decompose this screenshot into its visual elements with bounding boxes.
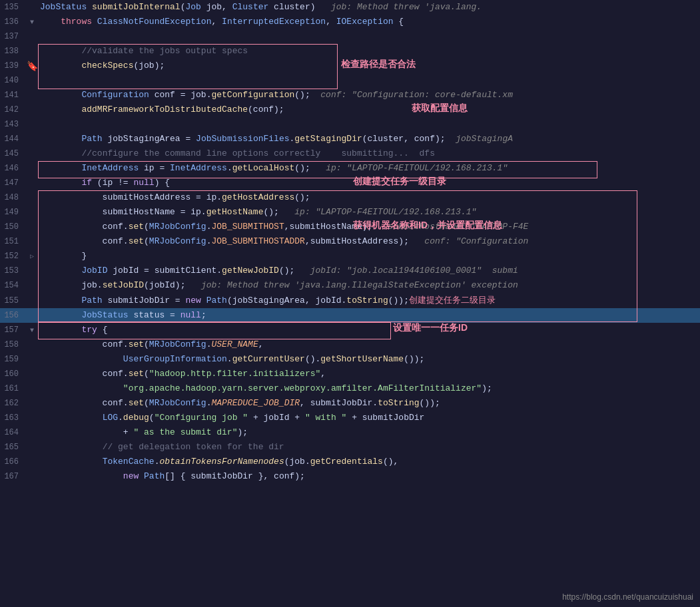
code-line-159: 159 UserGroupInformation.getCurrentUser(…: [0, 352, 700, 367]
line-content-144: Path jobStagingArea = JobSubmissionFiles…: [37, 132, 693, 146]
line-num-162: 162: [0, 399, 27, 408]
code-line-147: 147 if (ip != null) {: [0, 176, 700, 190]
line-content-146: InetAddress ip = InetAddress.getLocalHos…: [37, 161, 693, 176]
code-line-164: 164 + " as the submit dir");: [0, 425, 700, 440]
annotation-config: 获取配置信息: [412, 102, 468, 114]
line-content-166: TokenCache.obtainTokensForNamenodes(job.…: [37, 455, 693, 469]
line-num-152: 152: [0, 252, 27, 261]
line-num-157: 157: [0, 325, 27, 335]
line-content-159: UserGroupInformation.getCurrentUser().ge…: [37, 352, 693, 367]
code-line-135: 135 JobStatus submitJobInternal(Job job,…: [0, 0, 700, 15]
line-num-147: 147: [0, 178, 27, 188]
code-line-143: 143: [0, 117, 700, 132]
fold-icon-152: ▷: [30, 252, 34, 260]
line-content-156: JobStatus status = null;: [37, 308, 693, 323]
line-content-148: submitHostAddress = ip.getHostAddress();: [37, 190, 693, 205]
line-num-158: 158: [0, 340, 27, 349]
line-num-140: 140: [0, 76, 27, 85]
line-num-156: 156: [0, 311, 27, 320]
line-content-163: LOG.debug("Configuring job " + jobId + "…: [37, 411, 693, 425]
line-content-167: new Path[] { submitJobDir }, conf);: [37, 469, 693, 484]
code-line-160: 160 conf.set("hadoop.http.filter.initial…: [0, 367, 700, 381]
line-num-143: 143: [0, 120, 27, 129]
line-num-159: 159: [0, 355, 27, 364]
code-line-146: 146 InetAddress ip = InetAddress.getLoca…: [0, 161, 700, 176]
line-num-135: 135: [0, 3, 27, 12]
code-line-141: 141 Configuration conf = job.getConfigur…: [0, 88, 700, 102]
code-line-166: 166 TokenCache.obtainTokensForNamenodes(…: [0, 455, 700, 469]
code-line-161: 161 "org.apache.hadoop.yarn.server.webpr…: [0, 381, 700, 396]
line-content-136: throws ClassNotFoundException, Interrupt…: [37, 15, 693, 29]
line-content-160: conf.set("hadoop.http.filter.initializer…: [37, 367, 693, 381]
code-line-142: 142 addMRFrameworkToDistributedCache(con…: [0, 102, 700, 117]
code-line-167: 167 new Path[] { submitJobDir }, conf);: [0, 469, 700, 484]
code-line-150: 150 conf.set(MRJobConfig.JOB_SUBMITHOST,…: [0, 220, 700, 234]
code-line-152: 152 ▷ }: [0, 249, 700, 264]
line-content-164: + " as the submit dir");: [37, 425, 693, 440]
annotation-checkspecs: 检查路径是否合法: [341, 59, 416, 71]
line-num-167: 167: [0, 472, 27, 481]
gutter-157: ▼: [27, 327, 37, 334]
line-num-151: 151: [0, 237, 27, 246]
code-line-148: 148 submitHostAddress = ip.getHostAddres…: [0, 190, 700, 205]
line-content-138: //validate the jobs output specs: [37, 44, 693, 59]
line-num-146: 146: [0, 164, 27, 173]
gutter-139: 🔖: [27, 61, 37, 72]
line-num-139: 139: [0, 61, 27, 71]
line-content-151: conf.set(MRJobConfig.JOB_SUBMITHOSTADDR,…: [37, 234, 693, 249]
line-content-165: // get delegation token for the dir: [37, 440, 693, 455]
line-content-162: conf.set(MRJobConfig.MAPREDUCE_JOB_DIR, …: [37, 396, 693, 411]
line-num-148: 148: [0, 193, 27, 202]
code-line-151: 151 conf.set(MRJobConfig.JOB_SUBMITHOSTA…: [0, 234, 700, 249]
code-line-162: 162 conf.set(MRJobConfig.MAPREDUCE_JOB_D…: [0, 396, 700, 411]
code-line-137: 137: [0, 29, 700, 44]
line-num-136: 136: [0, 17, 27, 27]
line-num-163: 163: [0, 413, 27, 423]
line-num-138: 138: [0, 47, 27, 56]
line-num-141: 141: [0, 91, 27, 100]
code-line-154: 154 job.setJobID(jobId); job: Method thr…: [0, 278, 700, 293]
code-line-157: 157 ▼ try {: [0, 323, 700, 337]
annotation-stagingdir: 创建提交任务一级目录: [353, 176, 446, 188]
line-num-154: 154: [0, 281, 27, 290]
code-editor: 135 JobStatus submitJobInternal(Job job,…: [0, 0, 700, 607]
line-num-145: 145: [0, 149, 27, 158]
line-num-137: 137: [0, 32, 27, 41]
line-content-154: job.setJobID(jobId); job: Method threw '…: [37, 278, 693, 293]
code-line-145: 145 //configure the command line options…: [0, 146, 700, 161]
gutter-136: ▼: [27, 19, 37, 26]
line-content-141: Configuration conf = job.getConfiguratio…: [37, 88, 693, 102]
line-num-153: 153: [0, 266, 27, 276]
line-num-149: 149: [0, 208, 27, 217]
code-line-138: 138 //validate the jobs output specs: [0, 44, 700, 59]
bookmark-icon-139: 🔖: [27, 61, 38, 72]
code-line-158: 158 conf.set(MRJobConfig.USER_NAME,: [0, 337, 700, 352]
line-content-152: }: [37, 249, 693, 264]
fold-icon-136: ▼: [30, 19, 34, 26]
code-line-165: 165 // get delegation token for the dir: [0, 440, 700, 455]
line-num-160: 160: [0, 369, 27, 379]
line-content-145: //configure the command line options cor…: [37, 146, 693, 161]
line-content-149: submitHostName = ip.getHostName(); ip: "…: [37, 205, 693, 220]
code-line-149: 149 submitHostName = ip.getHostName(); i…: [0, 205, 700, 220]
code-line-140: 140: [0, 73, 700, 88]
gutter-152: ▷: [27, 252, 37, 260]
line-num-166: 166: [0, 457, 27, 467]
annotation-jobid: 设置唯一一任务ID: [393, 322, 468, 334]
line-content-153: JobID jobId = submitClient.getNewJobID()…: [37, 264, 693, 278]
line-content-142: addMRFrameworkToDistributedCache(conf);: [37, 102, 693, 117]
watermark: https://blog.csdn.net/quancuizuishuai: [562, 592, 693, 602]
annotation-inetaddress: 获得机器名称和ID，并设置配置信息: [353, 220, 502, 232]
line-content-135: JobStatus submitJobInternal(Job job, Clu…: [37, 0, 693, 15]
code-line-153: 153 JobID jobId = submitClient.getNewJob…: [0, 264, 700, 278]
line-content-161: "org.apache.hadoop.yarn.server.webproxy.…: [37, 381, 693, 396]
code-line-163: 163 LOG.debug("Configuring job " + jobId…: [0, 411, 700, 425]
line-num-165: 165: [0, 443, 27, 452]
line-content-158: conf.set(MRJobConfig.USER_NAME,: [37, 337, 693, 352]
line-num-155: 155: [0, 296, 27, 305]
line-num-164: 164: [0, 428, 27, 437]
code-line-155: 155 Path submitJobDir = new Path(jobStag…: [0, 293, 700, 308]
code-line-144: 144 Path jobStagingArea = JobSubmissionF…: [0, 132, 700, 146]
fold-icon-157: ▼: [30, 327, 34, 334]
line-num-142: 142: [0, 105, 27, 114]
